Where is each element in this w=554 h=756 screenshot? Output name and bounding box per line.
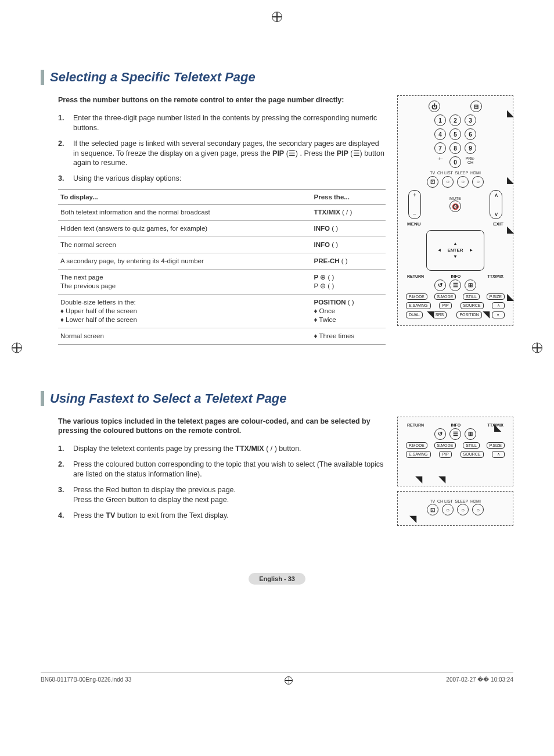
return-label: RETURN — [407, 423, 424, 427]
info-icon: ☰ — [449, 280, 461, 291]
callout-arrow-icon: ◣ — [507, 108, 514, 119]
page-number-badge: English - 33 — [249, 573, 305, 585]
step-text: Press the coloured button corresponding … — [73, 460, 386, 479]
hdmi-icon: ○ — [472, 176, 484, 188]
step-text: Press the TV button to exit from the Tex… — [73, 511, 229, 521]
ttx-icon: ⊞ — [465, 280, 476, 291]
num-key: 9 — [465, 142, 476, 154]
row-labels: TV CH LIST SLEEP HDMI — [402, 170, 508, 176]
table-cell: A secondary page, by entering its 4-digi… — [58, 253, 312, 269]
table-header: To display... — [58, 190, 312, 205]
power-icon: ⏻ — [429, 101, 440, 112]
hdmi-icon: ○ — [472, 504, 484, 515]
callout-arrow-icon: ◥ — [483, 309, 490, 320]
num-key: 0 — [449, 156, 461, 168]
table-cell: TTX/MIX ( / ) — [312, 205, 386, 221]
step-number: 1. — [58, 113, 73, 133]
step-item: 3. Press the Red button to display the p… — [58, 485, 386, 505]
pip-icon: ☰ — [353, 149, 360, 157]
table-cell: INFO ( ) — [312, 221, 386, 237]
display-options-table: To display... Press the... Both teletext… — [58, 189, 386, 344]
table-cell: P ⊕ ( ) P ⊖ ( ) — [312, 269, 386, 294]
remote-control-figure: ⏻⊟ 1 2 3 4 5 6 7 8 9 — [397, 95, 513, 326]
section-selecting-teletext: Selecting a Specific Teletext Page Press… — [41, 70, 513, 345]
return-icon: ↺ — [434, 280, 446, 291]
callout-arrow-icon: ◣ — [507, 174, 514, 185]
table-row: Normal screen♦ Three times — [58, 328, 386, 344]
step-text: Enter the three-digit page number listed… — [73, 113, 386, 133]
step-text: Display the teletext contents page by pr… — [73, 444, 301, 454]
callout-arrow-icon: ◥ — [409, 513, 416, 524]
step-item: 4. Press the TV button to exit from the … — [58, 511, 386, 521]
table-cell: INFO ( ) — [312, 237, 386, 253]
callout-arrow-icon: ◥ — [438, 474, 445, 485]
step-number: 4. — [58, 511, 73, 521]
step-number: 1. — [58, 444, 73, 454]
sleep-icon: ○ — [457, 176, 469, 188]
table-row: Double-size letters in the: ♦ Upper half… — [58, 294, 386, 328]
tv-icon: ⊡ — [427, 176, 438, 188]
intro-text: Press the number buttons on the remote c… — [58, 95, 386, 105]
section-title: Selecting a Specific Teletext Page — [50, 70, 513, 85]
table-cell: PRE-CH ( ) — [312, 253, 386, 269]
num-key: 3 — [465, 114, 476, 126]
num-key: 6 — [465, 128, 476, 140]
return-label: RETURN — [407, 274, 424, 278]
file-indicator: BN68-01177B-00Eng-0226.indd 33 — [41, 676, 131, 686]
table-cell: Normal screen — [58, 328, 312, 344]
callout-arrow-icon: ◥ — [427, 309, 434, 320]
remote-control-figure-small: TV CH LIST SLEEP HDMI ⊡ ○ ○ ○ ◥ — [397, 491, 513, 526]
chlist-icon: ○ — [442, 176, 454, 188]
menu-label: MENU — [407, 221, 421, 227]
callout-arrow-icon: ◥ — [415, 474, 422, 485]
step-item: 1. Enter the three-digit page number lis… — [58, 113, 386, 133]
info-label: INFO — [451, 423, 461, 427]
mode-row-labels: E.SAVINGPIPSOURCE∧ — [406, 451, 505, 458]
mode-row-labels: P.MODES.MODESTILLP.SIZE — [406, 442, 505, 449]
step-item: 3. Using the various display options: — [58, 174, 386, 184]
table-row: A secondary page, by entering its 4-digi… — [58, 253, 386, 269]
label-prech: PRE-CH — [465, 156, 476, 168]
step-item: 1. Display the teletext contents page by… — [58, 444, 386, 454]
step-text: Using the various display options: — [73, 174, 181, 184]
enter-dpad: ▲ ◄ENTER► ▼ — [426, 230, 484, 271]
table-cell: POSITION ( ) ♦ Once ♦ Twice — [312, 294, 386, 328]
step-number: 3. — [58, 485, 73, 505]
callout-arrow-icon: ◣ — [494, 422, 501, 433]
pip-icon: ☰ — [289, 149, 296, 157]
callout-arrow-icon: ◣ — [507, 224, 514, 235]
print-footer: BN68-01177B-00Eng-0226.indd 33 2007-02-2… — [41, 672, 513, 686]
mode-row-labels: DUALSRSPOSITION∨ — [406, 311, 505, 318]
callout-arrow-icon: ◣ — [507, 291, 514, 302]
table-cell: ♦ Three times — [312, 328, 386, 344]
info-icon: ☰ — [449, 428, 461, 440]
table-header: Press the... — [312, 190, 386, 205]
mute-icon: 🔇 — [449, 200, 461, 212]
mode-row-labels: E.SAVINGPIPSOURCE∧ — [406, 302, 505, 309]
num-key: 8 — [449, 142, 461, 154]
table-cell: Both teletext information and the normal… — [58, 205, 312, 221]
step-number: 2. — [58, 460, 73, 479]
table-row: The normal screenINFO ( ) — [58, 237, 386, 253]
exit-label: EXIT — [493, 221, 503, 227]
timestamp: 2007-02-27 �� 10:03:24 — [446, 676, 513, 686]
num-key: 4 — [434, 128, 446, 140]
tv-icon: ⊡ — [427, 504, 438, 515]
step-number: 2. — [58, 139, 73, 169]
step-text: If the selected page is linked with seve… — [73, 139, 386, 169]
table-row: The next page The previous pageP ⊕ ( ) P… — [58, 269, 386, 294]
volume-rocker: +− — [408, 190, 421, 219]
sleep-icon: ○ — [457, 504, 469, 515]
step-item: 2. Press the coloured button correspondi… — [58, 460, 386, 479]
table-row: Hidden text (answers to quiz games, for … — [58, 221, 386, 237]
ttxmix-label: TTX/MIX — [487, 274, 503, 278]
step-text: Press the Red button to display the prev… — [73, 485, 236, 505]
info-label: INFO — [451, 274, 461, 278]
intro-text: The various topics included in the telet… — [58, 417, 386, 436]
chlist-icon: ○ — [442, 504, 454, 515]
table-row: Both teletext information and the normal… — [58, 205, 386, 221]
table-cell: Hidden text (answers to quiz games, for … — [58, 221, 312, 237]
mode-row-labels: P.MODES.MODESTILLP.SIZE — [406, 293, 505, 300]
remote-control-figure-small: RETURN INFO TTX/MIX ↺ ☰ ⊞ P.MODES.MODEST… — [397, 417, 513, 486]
num-key: 1 — [434, 114, 446, 126]
